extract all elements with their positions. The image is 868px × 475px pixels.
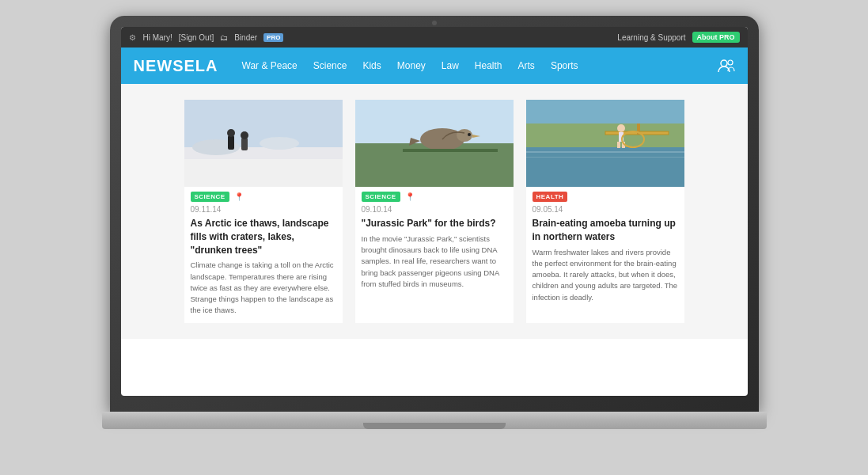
article-image-lake xyxy=(526,100,684,187)
svg-rect-8 xyxy=(241,138,248,150)
nav-item-science[interactable]: Science xyxy=(305,60,355,71)
science-badge-arctic: SCIENCE xyxy=(191,192,229,202)
screen-bezel: ⚙ Hi Mary! [Sign Out] 🗂 Binder PRO Learn… xyxy=(110,16,759,412)
nav-item-sports[interactable]: Sports xyxy=(543,60,586,71)
article-card-bird: SCIENCE 📍 09.10.14 "Jurassic Park" for t… xyxy=(355,100,514,323)
article-title-arctic[interactable]: As Arctic ice thaws, landscape fills wit… xyxy=(184,215,343,260)
about-pro-button[interactable]: About PRO xyxy=(692,32,740,43)
article-card-amoeba: HEALTH 09.05.14 Brain-eating amoeba turn… xyxy=(526,100,684,323)
binder-icon: 🗂 xyxy=(220,33,228,42)
nav-logo[interactable]: NEWSELA xyxy=(134,57,218,75)
binder-label[interactable]: Binder xyxy=(234,33,257,42)
svg-point-0 xyxy=(721,60,727,66)
svg-point-23 xyxy=(617,124,625,132)
article-badge-row-arctic: SCIENCE 📍 xyxy=(184,187,343,203)
nav-items: War & Peace Science Kids Money Law Healt… xyxy=(234,60,718,71)
gear-icon: ⚙ xyxy=(129,33,137,41)
hi-label[interactable]: Hi Mary! xyxy=(143,33,172,42)
pro-badge-blue: PRO xyxy=(263,33,283,42)
pin-icon-arctic: 📍 xyxy=(234,192,244,201)
svg-rect-25 xyxy=(617,142,620,148)
article-excerpt-arctic: Climate change is taking a toll on the A… xyxy=(184,260,343,322)
health-badge-amoeba: HEALTH xyxy=(533,192,568,202)
nav-item-arts[interactable]: Arts xyxy=(510,60,543,71)
article-image-bird xyxy=(355,100,514,187)
svg-point-7 xyxy=(227,129,235,137)
nav-item-war-peace[interactable]: War & Peace xyxy=(234,60,305,71)
camera xyxy=(432,21,437,25)
article-badge-row-bird: SCIENCE 📍 xyxy=(355,187,514,203)
article-date-arctic: 09.11.14 xyxy=(184,203,343,215)
svg-rect-10 xyxy=(184,159,343,187)
svg-rect-28 xyxy=(526,151,684,153)
article-excerpt-amoeba: Warm freshwater lakes and rivers provide… xyxy=(526,247,684,310)
svg-rect-17 xyxy=(403,149,498,152)
pin-icon-bird: 📍 xyxy=(405,192,415,201)
signout-link[interactable]: [Sign Out] xyxy=(179,33,214,42)
article-title-amoeba[interactable]: Brain-eating amoeba turning up in northe… xyxy=(526,215,684,247)
people-search-icon[interactable] xyxy=(718,59,735,73)
article-title-bird[interactable]: "Jurassic Park" for the birds? xyxy=(355,215,514,234)
article-date-bird: 09.10.14 xyxy=(355,203,514,215)
learning-support-link[interactable]: Learning & Support xyxy=(617,33,685,42)
nav-bar: NEWSELA War & Peace Science Kids Money L… xyxy=(121,48,748,84)
article-card-arctic: SCIENCE 📍 09.11.14 As Arctic ice thaws, … xyxy=(184,100,343,323)
article-excerpt-bird: In the movie "Jurassic Park," scientists… xyxy=(355,234,514,296)
science-badge-bird: SCIENCE xyxy=(362,192,400,202)
article-image-arctic xyxy=(184,100,343,187)
laptop-base xyxy=(102,412,767,429)
top-bar-right: Learning & Support About PRO xyxy=(617,32,739,43)
svg-rect-29 xyxy=(526,157,684,158)
svg-rect-20 xyxy=(526,124,684,147)
nav-item-money[interactable]: Money xyxy=(389,60,434,71)
svg-point-9 xyxy=(241,131,248,139)
nav-item-health[interactable]: Health xyxy=(467,60,510,71)
screen: ⚙ Hi Mary! [Sign Out] 🗂 Binder PRO Learn… xyxy=(121,27,748,396)
svg-point-5 xyxy=(260,137,299,150)
top-bar: ⚙ Hi Mary! [Sign Out] 🗂 Binder PRO Learn… xyxy=(121,27,748,48)
top-bar-left: ⚙ Hi Mary! [Sign Out] 🗂 Binder PRO xyxy=(129,33,284,42)
svg-rect-19 xyxy=(526,143,684,187)
nav-item-law[interactable]: Law xyxy=(434,60,467,71)
article-badge-row-amoeba: HEALTH xyxy=(526,187,684,203)
content-area: SCIENCE 📍 09.11.14 As Arctic ice thaws, … xyxy=(121,84,748,339)
svg-point-1 xyxy=(728,60,733,65)
svg-point-16 xyxy=(468,133,471,136)
svg-rect-6 xyxy=(228,135,234,150)
nav-item-kids[interactable]: Kids xyxy=(354,60,389,71)
article-date-amoeba: 09.05.14 xyxy=(526,203,684,215)
laptop-container: ⚙ Hi Mary! [Sign Out] 🗂 Binder PRO Learn… xyxy=(94,16,775,459)
